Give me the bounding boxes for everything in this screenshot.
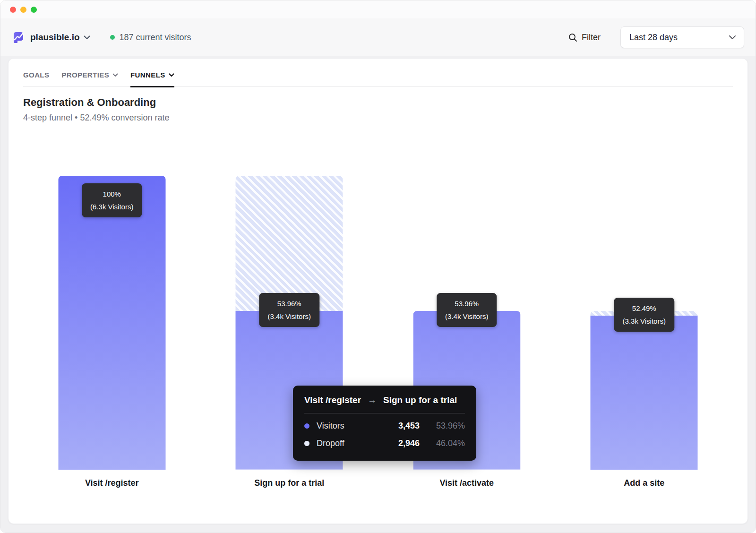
current-visitors[interactable]: 187 current visitors bbox=[110, 33, 191, 43]
live-dot-icon bbox=[110, 35, 115, 40]
tooltip-header: Visit /register → Sign up for a trial bbox=[304, 395, 465, 405]
funnel-bar-visit-register[interactable] bbox=[58, 176, 165, 470]
conversion-badge: 52.49% (3.3k Visitors) bbox=[614, 298, 674, 332]
funnel-column: 100% (6.3k Visitors) bbox=[23, 176, 201, 470]
app-header: plausible.io 187 current visitors Filter… bbox=[0, 18, 756, 56]
funnel-column: 52.49% (3.3k Visitors) bbox=[556, 176, 733, 470]
current-visitors-label: 187 current visitors bbox=[120, 33, 191, 43]
tooltip-row-label: Dropoff bbox=[317, 438, 380, 448]
step-label: Visit /register bbox=[23, 478, 201, 488]
site-name[interactable]: plausible.io bbox=[30, 32, 80, 43]
filter-label: Filter bbox=[582, 33, 601, 43]
visitors-segment bbox=[58, 176, 165, 470]
tooltip-row-percent: 53.96% bbox=[420, 421, 465, 431]
tab-properties-chevron-down-icon bbox=[112, 73, 118, 77]
badge-percent: 52.49% bbox=[623, 302, 666, 315]
funnel-title: Registration & Onboarding bbox=[23, 96, 733, 109]
tooltip-row-percent: 46.04% bbox=[420, 438, 465, 448]
tooltip-from-step: Visit /register bbox=[304, 395, 361, 405]
minimize-window-button[interactable] bbox=[20, 7, 26, 13]
badge-percent: 53.96% bbox=[445, 297, 488, 310]
tab-funnels-label: FUNNELS bbox=[130, 71, 165, 79]
step-labels: Visit /register Sign up for a trial Visi… bbox=[23, 478, 733, 488]
step-label: Add a site bbox=[556, 478, 733, 488]
site-switcher-chevron-down-icon[interactable] bbox=[84, 35, 90, 40]
conversion-badge: 53.96% (3.4k Visitors) bbox=[259, 293, 319, 327]
date-range-value: Last 28 days bbox=[629, 33, 678, 43]
dropoff-segment bbox=[236, 176, 343, 311]
tooltip-row-visitors: Visitors 3,453 53.96% bbox=[304, 417, 465, 435]
conversion-badge: 100% (6.3k Visitors) bbox=[82, 183, 142, 217]
date-range-dropdown[interactable]: Last 28 days bbox=[620, 26, 744, 48]
badge-percent: 100% bbox=[90, 188, 133, 200]
plausible-logo-icon bbox=[12, 31, 25, 44]
tooltip-to-step: Sign up for a trial bbox=[383, 395, 457, 405]
step-label: Visit /activate bbox=[378, 478, 556, 488]
tab-properties-label: PROPERTIES bbox=[61, 71, 109, 79]
app-window: plausible.io 187 current visitors Filter… bbox=[0, 0, 756, 533]
search-icon bbox=[568, 33, 577, 42]
close-window-button[interactable] bbox=[10, 7, 16, 13]
badge-visitors: (3.4k Visitors) bbox=[445, 310, 488, 323]
tab-goals-label: GOALS bbox=[23, 71, 49, 79]
tab-funnels-chevron-down-icon bbox=[169, 73, 174, 77]
step-label: Sign up for a trial bbox=[201, 478, 378, 488]
conversion-badge: 53.96% (3.4k Visitors) bbox=[437, 293, 497, 327]
badge-percent: 53.96% bbox=[268, 297, 311, 310]
funnel-subtitle: 4-step funnel • 52.49% conversion rate bbox=[23, 113, 733, 123]
filter-button[interactable]: Filter bbox=[568, 33, 601, 43]
tab-properties[interactable]: PROPERTIES bbox=[61, 71, 118, 86]
tooltip-row-dropoff: Dropoff 2,946 46.04% bbox=[304, 435, 465, 452]
funnel-card: GOALS PROPERTIES FUNNELS Registration & … bbox=[8, 58, 748, 524]
badge-visitors: (3.4k Visitors) bbox=[268, 310, 311, 323]
step-tooltip: Visit /register → Sign up for a trial Vi… bbox=[293, 386, 476, 461]
date-range-chevron-down-icon bbox=[729, 35, 736, 40]
tab-bar: GOALS PROPERTIES FUNNELS bbox=[23, 71, 733, 87]
tab-funnels[interactable]: FUNNELS bbox=[130, 71, 174, 86]
visitors-segment bbox=[591, 316, 698, 470]
tooltip-row-value: 3,453 bbox=[380, 421, 420, 431]
tooltip-row-label: Visitors bbox=[317, 421, 380, 431]
funnel-chart: 100% (6.3k Visitors) 53.96% (3.4k Visito… bbox=[23, 176, 733, 488]
dropoff-dot-icon bbox=[304, 441, 309, 446]
tab-goals[interactable]: GOALS bbox=[23, 71, 49, 86]
visitors-dot-icon bbox=[304, 423, 309, 429]
tooltip-row-value: 2,946 bbox=[380, 438, 420, 448]
badge-visitors: (3.3k Visitors) bbox=[623, 315, 666, 327]
zoom-window-button[interactable] bbox=[31, 7, 37, 13]
tooltip-divider bbox=[304, 413, 465, 413]
page-background: GOALS PROPERTIES FUNNELS Registration & … bbox=[0, 56, 756, 533]
arrow-right-icon: → bbox=[368, 395, 377, 405]
window-titlebar bbox=[0, 0, 756, 18]
badge-visitors: (6.3k Visitors) bbox=[90, 200, 133, 213]
